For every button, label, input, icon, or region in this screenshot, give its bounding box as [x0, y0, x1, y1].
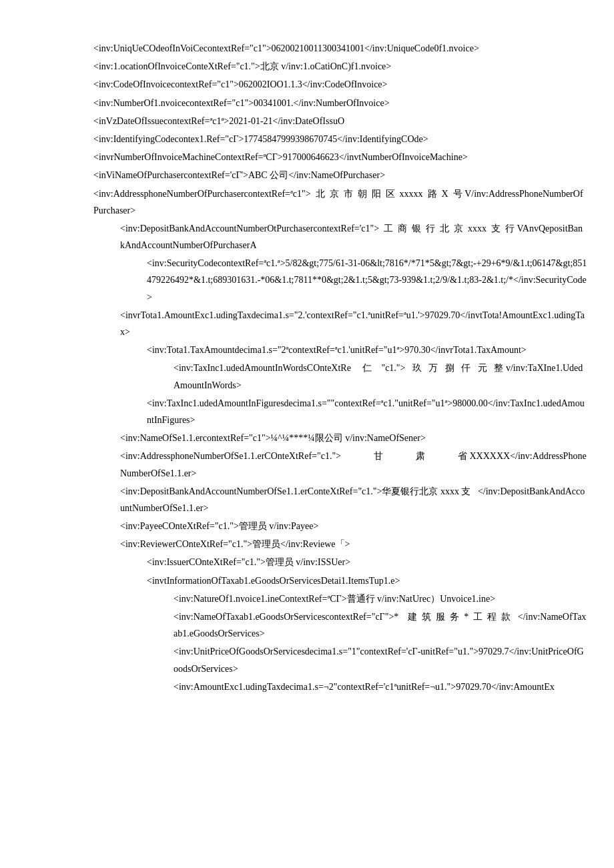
line-4: <inVzDateOfIssuecontextRef=ªc1ª>2021-01-…: [40, 113, 587, 129]
xml-content: <inv:UniqUeCOdeofInVoiCecontextRef="c1">…: [40, 40, 587, 695]
line-5: <inv:IdentifyingCodecontex1.Ref="cΓ>1774…: [40, 131, 587, 147]
line-24: <inv:UnitPriceOfGoodsOrServicesdecima1.s…: [40, 643, 587, 677]
line-1: <inv:1.ocationOfInvoiceConteXtRef="c1.">…: [40, 58, 587, 75]
line-16: <inv:AddressphoneNumberOfSe1.1.erCOnteXt…: [40, 448, 587, 481]
line-23: <inv:NameOfTaxab1.eGoodsOrServicescontex…: [40, 608, 587, 642]
line-3: <inv:NumberOf1.nvoicecontextRef="c1">003…: [40, 95, 587, 111]
line-17: <inv:DepositBankAndAccountNumberOfSe1.1.…: [40, 483, 587, 516]
line-14: <inv:TaxInc1.udedAmountInFiguresdecima1.…: [40, 395, 587, 428]
line-20: <inv:IssuerCOnteXtRef="c1.">管理员 v/inv:IS…: [40, 554, 587, 570]
line-2: <inv:CodeOfInvoicecontextRef="c1">062002…: [40, 76, 587, 93]
line-22: <inv:NatureOf1.nvoice1.ineContextRef=ªCΓ…: [40, 590, 587, 607]
line-18: <inv:PayeeCOnteXtRef="c1.">管理员 v/inv:Pay…: [40, 518, 587, 534]
line-6: <invrNumberOfInvoiceMachineContextRef=ªC…: [40, 149, 587, 165]
line-7: <inViNameOfPurchasercontextRef='cΓ'>ABC …: [40, 167, 587, 183]
line-9: <inv:DepositBankAndAccountNumberOtPurcha…: [40, 220, 587, 254]
line-11: <invrTota1.AmountExc1.udingTaxdecima1.s=…: [40, 307, 587, 340]
line-10: <inv:SecurityCodecontextRef=ªc1.ª>5/82&g…: [40, 255, 587, 306]
line-15: <inv:NameOfSe1.1.ercontextRef="c1">¼^¼**…: [40, 430, 587, 446]
line-21: <invtInformationOfTaxab1.eGoodsOrService…: [40, 572, 587, 589]
line-13: <inv:TaxInc1.udedAmountInWordsCOnteXtRe …: [40, 360, 587, 393]
line-19: <inv:ReviewerCOnteXtRef="c1.">管理员</inv:R…: [40, 536, 587, 552]
line-25: <inv:AmountExc1.udingTaxdecima1.s=¬2"con…: [40, 679, 587, 695]
line-0: <inv:UniqUeCOdeofInVoiCecontextRef="c1">…: [40, 40, 587, 57]
line-8: <inv:AddressphoneNumberOfPurchasercontex…: [40, 185, 587, 219]
line-12: <inv:Tota1.TaxAmountdecima1.s="2ªcontext…: [40, 342, 587, 358]
